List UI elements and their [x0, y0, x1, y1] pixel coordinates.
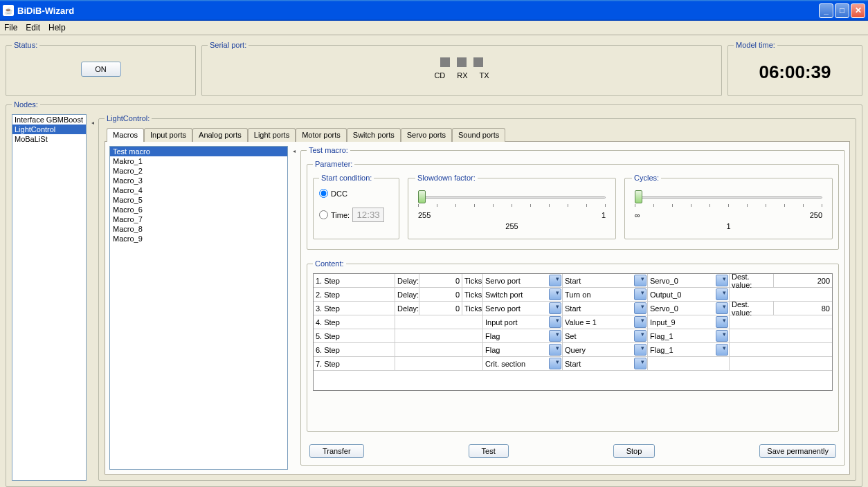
- target-select[interactable]: Flag_1: [648, 343, 730, 356]
- slowdown-legend: Slowdown factor:: [415, 174, 478, 182]
- stop-button[interactable]: Stop: [613, 444, 655, 458]
- delay-input[interactable]: 0: [419, 288, 462, 301]
- menubar: File Edit Help: [0, 21, 868, 35]
- nodes-legend: Nodes:: [12, 100, 40, 109]
- clock-panel: Model time: 06:00:39: [727, 41, 862, 96]
- macro-detail-panel: Test macro: Parameter: Start condition: …: [300, 146, 845, 466]
- macro-item[interactable]: Macro_7: [110, 214, 287, 224]
- tab[interactable]: Input ports: [144, 128, 192, 142]
- maximize-button[interactable]: □: [835, 3, 849, 18]
- step-cell: 2. Step: [314, 288, 395, 301]
- serial-rx-label: RX: [457, 71, 467, 80]
- menu-help[interactable]: Help: [48, 23, 66, 33]
- action-select[interactable]: Start: [563, 302, 648, 315]
- table-row: 5. StepFlagSetFlag_1: [314, 329, 832, 343]
- status-on-button[interactable]: ON: [81, 62, 121, 77]
- save-permanently-button[interactable]: Save permanently: [759, 444, 836, 458]
- node-item[interactable]: MoBaLiSt: [12, 134, 86, 144]
- test-button[interactable]: Test: [469, 444, 509, 458]
- nodes-panel: Nodes: Interface GBMBoostLightControlMoB…: [6, 100, 862, 487]
- serial-tx-led: [473, 57, 483, 67]
- splitter-nodes[interactable]: [91, 114, 94, 481]
- node-item[interactable]: Interface GBMBoost: [12, 115, 86, 125]
- macro-item[interactable]: Macro_4: [110, 185, 287, 195]
- action-select[interactable]: Query: [563, 343, 648, 356]
- lightcontrol-legend: LightControl:: [105, 114, 152, 122]
- lightcontrol-panel: LightControl: MacrosInput portsAnalog po…: [98, 114, 856, 481]
- target-select[interactable]: Output_0: [648, 288, 730, 301]
- macro-item[interactable]: Macro_9: [110, 234, 287, 244]
- macro-item[interactable]: Macro_3: [110, 176, 287, 185]
- action-select[interactable]: Value = 1: [563, 315, 648, 329]
- dest-input[interactable]: 200: [774, 274, 832, 287]
- transfer-button[interactable]: Transfer: [309, 444, 364, 458]
- action-select[interactable]: Start: [563, 274, 648, 287]
- tab[interactable]: Analog ports: [192, 128, 248, 142]
- tab[interactable]: Switch ports: [347, 128, 401, 142]
- status-legend: Status:: [12, 41, 39, 49]
- slowdown-panel: Slowdown factor: 2551 255: [408, 174, 616, 239]
- macro-item[interactable]: Makro_1: [110, 156, 287, 166]
- macro-item[interactable]: Macro_2: [110, 166, 287, 176]
- target-select[interactable]: Input_9: [648, 315, 730, 329]
- type-select[interactable]: Flag: [483, 329, 563, 342]
- tab[interactable]: Motor ports: [296, 128, 347, 142]
- dest-input[interactable]: 80: [774, 302, 832, 315]
- titlebar: ☕ BiDiB-Wizard _ □ ✕: [0, 0, 868, 21]
- cycles-legend: Cycles:: [632, 174, 661, 182]
- macro-item[interactable]: Test macro: [110, 147, 287, 156]
- serial-cd-led: [440, 57, 450, 67]
- tab[interactable]: Sound ports: [452, 128, 505, 142]
- content-legend: Content:: [313, 259, 346, 268]
- type-select[interactable]: Crit. section: [483, 357, 563, 370]
- target-select[interactable]: Servo_0: [648, 274, 730, 287]
- delay-input[interactable]: 0: [419, 302, 462, 315]
- serial-legend: Serial port:: [208, 41, 248, 49]
- serial-rx-led: [457, 57, 467, 67]
- step-cell: 5. Step: [314, 329, 395, 342]
- clock-legend: Model time:: [734, 41, 777, 49]
- tab[interactable]: Light ports: [248, 128, 296, 142]
- status-panel: Status: ON: [6, 41, 196, 96]
- action-select[interactable]: Turn on: [563, 288, 648, 301]
- tab[interactable]: Macros: [107, 128, 144, 142]
- macro-item[interactable]: Macro_5: [110, 195, 287, 205]
- start-condition-panel: Start condition: DCC Time:: [313, 174, 399, 239]
- macro-item[interactable]: Macro_6: [110, 205, 287, 214]
- action-select[interactable]: Start: [563, 357, 648, 370]
- radio-dcc[interactable]: DCC: [319, 189, 393, 198]
- close-button[interactable]: ✕: [851, 3, 865, 18]
- type-select[interactable]: Servo port: [483, 274, 563, 287]
- node-list[interactable]: Interface GBMBoostLightControlMoBaLiSt: [12, 114, 87, 481]
- clock-value: 06:00:39: [734, 55, 856, 90]
- type-select[interactable]: Servo port: [483, 302, 563, 315]
- delay-input[interactable]: 0: [419, 274, 462, 287]
- minimize-button[interactable]: _: [819, 3, 833, 18]
- action-select[interactable]: Set: [563, 329, 648, 342]
- node-item[interactable]: LightControl: [12, 125, 86, 134]
- cycles-slider[interactable]: [635, 190, 642, 203]
- cycles-panel: Cycles: ∞250 1: [624, 174, 833, 239]
- macro-item[interactable]: Macro_8: [110, 224, 287, 234]
- type-select[interactable]: Input port: [483, 315, 563, 329]
- parameter-legend: Parameter:: [313, 160, 354, 168]
- target-select[interactable]: Flag_1: [648, 329, 730, 342]
- step-cell: 6. Step: [314, 343, 395, 356]
- target-select[interactable]: Servo_0: [648, 302, 730, 315]
- tabs: MacrosInput portsAnalog portsLight ports…: [105, 128, 850, 142]
- macro-list[interactable]: Test macroMakro_1Macro_2Macro_3Macro_4Ma…: [109, 146, 288, 470]
- app-icon: ☕: [3, 5, 14, 16]
- type-select[interactable]: Switch port: [483, 288, 563, 301]
- menu-edit[interactable]: Edit: [26, 23, 40, 33]
- serial-panel: Serial port: CD RX TX: [201, 41, 722, 96]
- window-title: BiDiB-Wizard: [17, 6, 819, 16]
- radio-time[interactable]: Time:: [319, 208, 393, 222]
- menu-file[interactable]: File: [4, 23, 17, 33]
- tab[interactable]: Servo ports: [401, 128, 452, 142]
- start-condition-legend: Start condition:: [319, 174, 374, 182]
- serial-cd-label: CD: [434, 71, 445, 80]
- step-cell: 3. Step: [314, 302, 395, 315]
- type-select[interactable]: Flag: [483, 343, 563, 356]
- splitter-macros[interactable]: [292, 146, 296, 470]
- slowdown-slider[interactable]: [418, 190, 426, 203]
